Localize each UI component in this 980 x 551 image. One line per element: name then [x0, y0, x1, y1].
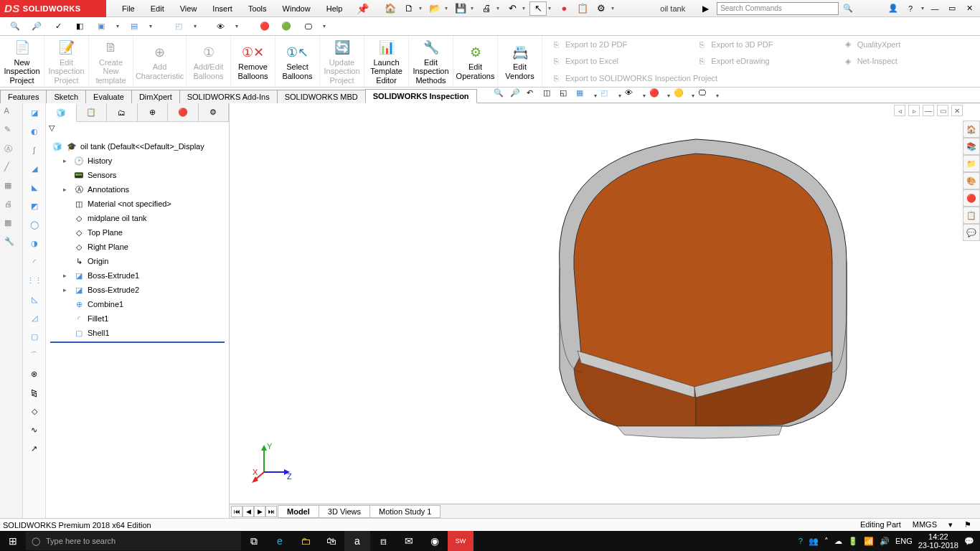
maximize-button[interactable]: ▭	[944, 2, 960, 15]
shell-rail-icon[interactable]: ▢	[27, 329, 42, 344]
select-icon[interactable]: ↖	[529, 1, 547, 16]
mail-icon[interactable]: ✉	[396, 531, 422, 551]
addedit-balloons-button[interactable]: ①Add/Edit Balloons	[187, 36, 231, 87]
tree-filter[interactable]: ▽	[46, 122, 229, 138]
store-icon[interactable]: 🛍	[319, 531, 344, 551]
view-setting-icon[interactable]: 🖵	[698, 88, 712, 103]
chevron-down-icon[interactable]: ▾	[419, 5, 425, 11]
pattern-rail-icon[interactable]: ⋮⋮	[27, 273, 42, 288]
dimxpert-manager-tab[interactable]: ⊕	[138, 103, 169, 121]
help-icon[interactable]: ?	[903, 2, 918, 15]
options-icon[interactable]: 📋	[574, 1, 591, 16]
save-icon[interactable]: 💾	[452, 1, 469, 16]
export-swip-button[interactable]: ⎘Export to SOLIDWORKS Inspection Project	[542, 70, 980, 87]
home-icon[interactable]: 🏠	[382, 1, 399, 16]
curves-icon[interactable]: ∿	[27, 422, 42, 438]
appearance-icon[interactable]: 🔴	[257, 19, 273, 34]
new-inspection-button[interactable]: 📄New Inspection Project	[0, 36, 44, 87]
status-flag-icon[interactable]: ⚑	[964, 520, 971, 529]
search-commands-input[interactable]: Search Commands	[717, 2, 839, 15]
add-characteristic-button[interactable]: ⊕Add Characteristic	[133, 36, 187, 87]
rollback-bar[interactable]	[50, 342, 225, 343]
sweep-icon[interactable]: ∫	[27, 142, 42, 158]
edit-operations-button[interactable]: ⚙Edit Operations	[453, 36, 498, 87]
revolve-icon[interactable]: ◐	[27, 123, 42, 139]
search-icon[interactable]: 🔍	[840, 4, 856, 13]
solidworks-task-icon[interactable]: SW	[448, 531, 473, 551]
settings-icon[interactable]: ⚙	[593, 1, 610, 16]
create-template-button[interactable]: 🗎Create New template	[89, 36, 133, 87]
first-tab-icon[interactable]: ⏮	[231, 506, 242, 517]
apply-scene-icon[interactable]: 🟡	[674, 88, 688, 103]
model-tab[interactable]: Model	[278, 505, 319, 518]
tree-material[interactable]: ◫Material <not specified>	[46, 197, 229, 211]
check-icon[interactable]: ✓	[50, 19, 66, 34]
edit-appearance-icon[interactable]: 🔴	[649, 88, 664, 103]
view-orient-icon[interactable]: ◱	[560, 88, 574, 103]
dropbox-icon[interactable]: ⧈	[370, 531, 396, 551]
extrude-icon[interactable]: ◪	[27, 105, 42, 121]
minimize-button[interactable]: —	[927, 2, 943, 15]
tree-bossextrude1[interactable]: ▸◪Boss-Extrude1	[46, 268, 229, 283]
tab-dimxpert[interactable]: DimXpert	[131, 90, 180, 103]
view-palette-icon[interactable]: 🎨	[963, 172, 980, 189]
cam-manager-tab[interactable]: ⚙	[199, 103, 230, 121]
property-manager-tab[interactable]: 📋	[77, 103, 108, 121]
line-icon[interactable]: ╱	[4, 162, 19, 176]
netinspect-button[interactable]: ◈Net-Inspect	[834, 53, 980, 70]
hole-icon[interactable]: ◯	[27, 217, 42, 232]
chevron-down-icon[interactable]: ▾	[496, 5, 502, 11]
draft-icon[interactable]: ◿	[27, 310, 42, 326]
tree-origin[interactable]: ↳Origin	[46, 254, 229, 268]
vp-maximize-icon[interactable]: ▭	[937, 105, 948, 116]
graphics-viewport[interactable]: ◃ ▹ — ▭ ✕ Y Z X 🏠 📚 📁 🎨 🔴	[230, 103, 980, 518]
rebuild-icon[interactable]: ●	[555, 1, 573, 16]
cut-revolve-icon[interactable]: ◑	[27, 235, 42, 251]
tree-topplane[interactable]: ◇Top Plane	[46, 225, 229, 240]
filter-icon[interactable]: 🔎	[29, 19, 44, 34]
motionstudy-tab[interactable]: Motion Study 1	[369, 505, 440, 518]
next-tab-icon[interactable]: ▶	[254, 506, 265, 517]
undo-icon[interactable]: ↶	[504, 1, 521, 16]
cube-icon[interactable]: ◧	[72, 19, 88, 34]
menu-insert[interactable]: Insert	[205, 2, 240, 15]
chevron-down-icon[interactable]: ▾	[611, 5, 617, 11]
chrome-icon[interactable]: ◉	[422, 531, 448, 551]
lang-indicator[interactable]: ENG	[895, 537, 913, 545]
file-explorer-icon[interactable]: 📁	[963, 155, 980, 172]
display-manager-tab[interactable]: 🔴	[168, 103, 199, 121]
open-icon[interactable]: 📂	[426, 1, 443, 16]
pin-icon[interactable]: 📌	[349, 3, 376, 14]
tool-icon[interactable]: 🔧	[4, 237, 19, 251]
export-2dpdf-button[interactable]: ⎘Export to 2D PDF	[542, 36, 688, 53]
display-icon[interactable]: 🖵	[300, 19, 316, 34]
menu-file[interactable]: File	[115, 2, 142, 15]
help-tray-icon[interactable]: ?	[798, 537, 803, 545]
box-icon[interactable]: ▣	[93, 19, 109, 34]
edit-inspection-button[interactable]: 📝Edit Inspection Project	[44, 36, 89, 87]
forum-icon[interactable]: 💬	[963, 224, 980, 241]
mirror-icon[interactable]: ⧎	[27, 385, 42, 400]
appearances-icon[interactable]: 🔴	[963, 189, 980, 207]
wrap-icon[interactable]: ⌒	[27, 347, 42, 363]
chevron-down-icon[interactable]: ▾	[471, 5, 476, 11]
prev-tab-icon[interactable]: ◀	[242, 506, 254, 517]
remove-balloons-button[interactable]: ①✕Remove Balloons	[231, 36, 275, 87]
export-excel-button[interactable]: ⎘Export to Excel	[542, 53, 688, 70]
menu-edit[interactable]: Edit	[143, 2, 171, 15]
status-caret-icon[interactable]: ▾	[948, 520, 953, 529]
tab-features[interactable]: Features	[0, 90, 47, 103]
export-edrawing-button[interactable]: ⎘Export eDrawing	[688, 53, 834, 70]
tab-sketch[interactable]: Sketch	[46, 90, 86, 103]
feature-manager-tab[interactable]: 🧊	[46, 104, 77, 122]
volume-icon[interactable]: 🔊	[880, 537, 890, 546]
config-manager-tab[interactable]: 🗂	[107, 103, 138, 121]
qualityxpert-button[interactable]: ◈QualityXpert	[834, 36, 980, 53]
edit-vendors-button[interactable]: 📇Edit Vendors	[498, 36, 542, 87]
chevron-down-icon[interactable]: ▾	[522, 5, 528, 11]
orientation-triad[interactable]: Y Z X	[251, 442, 294, 485]
box3d-icon[interactable]: ◰	[171, 19, 187, 34]
explorer-icon[interactable]: 🗀	[293, 531, 319, 551]
zoom-area-icon[interactable]: 🔎	[510, 88, 524, 103]
edit-inspection-methods-button[interactable]: 🔧Edit Inspection Methods	[409, 36, 453, 87]
